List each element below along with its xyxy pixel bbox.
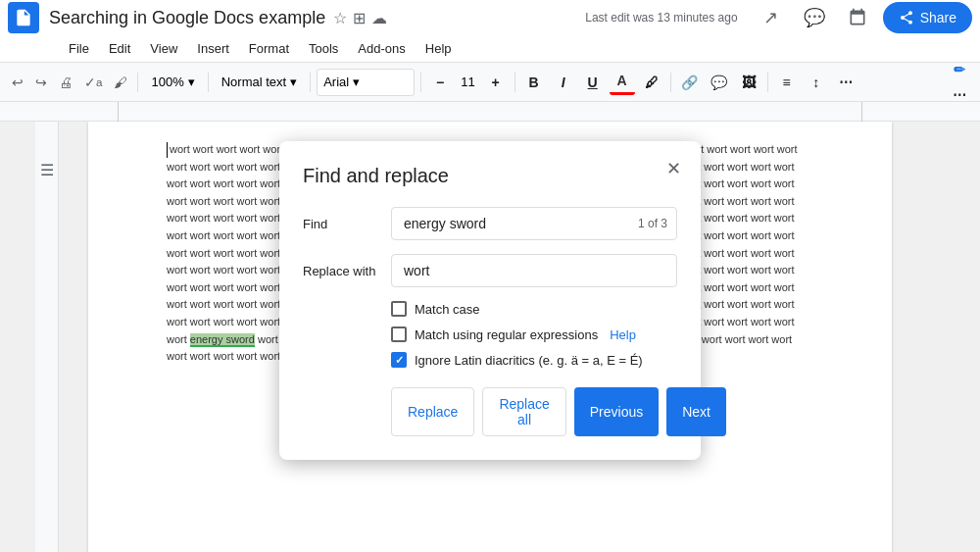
find-row: Find 1 of 3 xyxy=(303,207,677,240)
toolbar-right: ✏ ⋯ xyxy=(947,57,972,108)
replace-all-button[interactable]: Replace all xyxy=(482,387,565,436)
font-size-value: 11 xyxy=(457,75,478,89)
star-icon[interactable]: ☆ xyxy=(333,9,347,27)
match-case-checkbox[interactable] xyxy=(391,301,407,317)
more-button[interactable]: ⋯ xyxy=(833,70,858,95)
menu-addons[interactable]: Add-ons xyxy=(348,37,415,60)
ignore-diacritics-label: Ignore Latin diacritics (e. g. ä = a, E … xyxy=(415,353,643,368)
menu-view[interactable]: View xyxy=(140,37,187,60)
image-button[interactable]: 🖼 xyxy=(736,70,761,95)
share-button[interactable]: Share xyxy=(883,2,972,33)
underline-button[interactable]: U xyxy=(580,70,606,95)
link-button[interactable]: 🔗 xyxy=(677,70,703,95)
font-value: Arial xyxy=(323,75,349,89)
titlebar: Searching in Google Docs example ☆ ⊞ ☁ L… xyxy=(0,0,980,35)
share-label: Share xyxy=(920,10,956,25)
linespacing-button[interactable]: ↕ xyxy=(804,70,829,95)
ruler-inner xyxy=(118,102,862,122)
align-button[interactable]: ≡ xyxy=(774,70,800,95)
replace-row: Replace with xyxy=(303,254,677,287)
replace-input[interactable] xyxy=(391,254,677,287)
doc-title: Searching in Google Docs example xyxy=(49,8,325,28)
toolbar-sep-5 xyxy=(514,73,515,92)
bold-button[interactable]: B xyxy=(521,70,547,95)
dialog-overlay: Find and replace ✕ Find 1 of 3 Replace w… xyxy=(0,122,980,552)
document-area: ☰ wort wort wort wort wort wort wort wor… xyxy=(0,122,980,552)
redo-button[interactable]: ↪ xyxy=(31,69,51,96)
zoom-chevron-icon: ▾ xyxy=(188,75,195,89)
find-replace-dialog: Find and replace ✕ Find 1 of 3 Replace w… xyxy=(279,141,701,460)
zoom-select[interactable]: 100% ▾ xyxy=(144,69,201,96)
comment-icon[interactable]: 💬 xyxy=(797,0,832,35)
undo-button[interactable]: ↩ xyxy=(8,69,27,96)
font-size-increase[interactable]: + xyxy=(483,70,509,95)
print-button[interactable]: 🖨 xyxy=(55,69,76,96)
person-add-icon[interactable] xyxy=(840,0,875,35)
find-input[interactable] xyxy=(391,207,677,240)
style-value: Normal text xyxy=(221,75,286,89)
dialog-close-button[interactable]: ✕ xyxy=(658,153,689,184)
toolbar-sep-3 xyxy=(310,73,311,92)
comment-button[interactable]: 💬 xyxy=(707,70,732,95)
italic-button[interactable]: I xyxy=(551,70,576,95)
ruler xyxy=(0,102,980,122)
style-chevron-icon: ▾ xyxy=(290,75,297,89)
menu-insert[interactable]: Insert xyxy=(187,37,239,60)
zoom-value: 100% xyxy=(151,75,183,89)
close-icon: ✕ xyxy=(666,158,681,179)
replace-label: Replace with xyxy=(303,264,391,278)
font-size-decrease[interactable]: − xyxy=(427,70,453,95)
match-regex-row: Match using regular expressions Help xyxy=(391,326,677,342)
previous-button[interactable]: Previous xyxy=(574,387,659,436)
replace-input-wrapper xyxy=(391,254,677,287)
dialog-title: Find and replace xyxy=(303,165,677,187)
ignore-diacritics-checkbox[interactable] xyxy=(391,352,407,368)
toolbar-sep-1 xyxy=(137,73,138,92)
spellcheck-button[interactable]: ✓a xyxy=(80,69,106,96)
toolbar-sep-7 xyxy=(767,73,768,92)
find-label: Find xyxy=(303,217,391,231)
ignore-diacritics-row: Ignore Latin diacritics (e. g. ä = a, E … xyxy=(391,352,677,368)
menubar: File Edit View Insert Format Tools Add-o… xyxy=(0,35,980,63)
menu-help[interactable]: Help xyxy=(416,37,462,60)
highlight-button[interactable]: 🖊 xyxy=(639,70,664,95)
menu-file[interactable]: File xyxy=(59,37,99,60)
help-link[interactable]: Help xyxy=(610,327,636,342)
toolbar-sep-6 xyxy=(670,73,671,92)
edit-mode-button[interactable]: ✏ xyxy=(947,57,972,82)
match-regex-checkbox[interactable] xyxy=(391,326,407,342)
next-button[interactable]: Next xyxy=(666,387,726,436)
paintformat-button[interactable]: 🖌 xyxy=(110,69,131,96)
toolbar-sep-4 xyxy=(420,73,421,92)
replace-button[interactable]: Replace xyxy=(391,387,474,436)
match-regex-label: Match using regular expressions xyxy=(415,327,598,342)
folder-icon[interactable]: ⊞ xyxy=(353,9,366,27)
style-select[interactable]: Normal text ▾ xyxy=(215,69,304,96)
font-color-button[interactable]: A xyxy=(610,70,635,95)
match-case-row: Match case xyxy=(391,301,677,317)
dialog-buttons: Replace Replace all Previous Next xyxy=(391,387,677,436)
font-select[interactable]: Arial ▾ xyxy=(317,69,415,96)
menu-format[interactable]: Format xyxy=(239,37,299,60)
trending-icon[interactable]: ↗ xyxy=(754,0,789,35)
app-icon xyxy=(8,2,39,33)
find-input-wrapper: 1 of 3 xyxy=(391,207,677,240)
menu-tools[interactable]: Tools xyxy=(299,37,348,60)
title-icons: ☆ ⊞ ☁ xyxy=(333,9,387,27)
match-count: 1 of 3 xyxy=(638,217,667,230)
cloud-icon[interactable]: ☁ xyxy=(371,9,387,27)
menu-edit[interactable]: Edit xyxy=(99,37,140,60)
match-case-label: Match case xyxy=(415,302,479,317)
header-right: ↗ 💬 Share xyxy=(754,0,972,35)
last-edit-text: Last edit was 13 minutes ago xyxy=(585,11,737,25)
toolbar-sep-2 xyxy=(208,73,209,92)
toolbar: ↩ ↪ 🖨 ✓a 🖌 100% ▾ Normal text ▾ Arial ▾ … xyxy=(0,63,980,102)
font-chevron-icon: ▾ xyxy=(353,75,360,89)
